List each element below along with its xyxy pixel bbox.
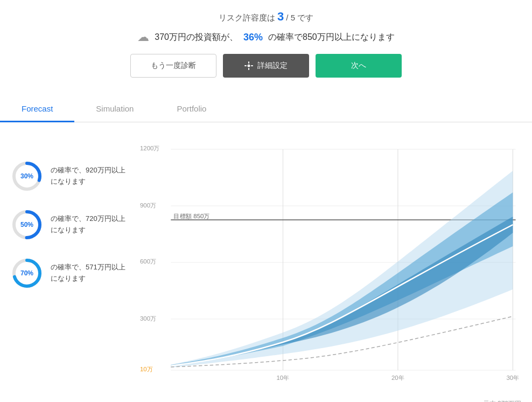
svg-text:10年: 10年 <box>277 375 290 381</box>
prob-text-30: の確率で、920万円以上になります <box>51 165 125 188</box>
summary-highlight: 36% <box>243 32 263 43</box>
donut-50: 50% <box>11 209 43 241</box>
svg-rect-3 <box>244 65 247 66</box>
risk-value: 3 <box>277 10 284 23</box>
donut-label-30: 30% <box>20 172 33 180</box>
settings-label: 詳細設定 <box>257 61 288 71</box>
settings-icon <box>244 61 253 70</box>
prob-item-30: 30% の確率で、920万円以上になります <box>11 160 129 192</box>
svg-text:900万: 900万 <box>140 202 156 209</box>
tab-portfolio-label: Portfolio <box>177 104 206 113</box>
svg-rect-2 <box>248 68 249 70</box>
top-section: リスク許容度は 3 / 5 です ☁ 370万円の投資額が、 36% の確率で8… <box>0 0 532 96</box>
svg-text:1200万: 1200万 <box>140 145 160 151</box>
next-button[interactable]: 次へ <box>316 54 402 78</box>
left-panel: 30% の確率で、920万円以上になります 50% の確率で、720万円以上にな… <box>11 138 129 386</box>
summary-row: ☁ 370万円の投資額が、 36% の確率で850万円以上になります <box>11 30 521 44</box>
bottom-note-text: 元本 370万円 <box>483 400 521 402</box>
donut-label-50: 50% <box>20 221 33 228</box>
bottom-note: 元本 370万円 <box>0 397 532 402</box>
prob-text-70: の確率で、571万円以上になります <box>51 262 125 285</box>
risk-label-prefix: リスク許容度は <box>219 13 275 22</box>
retry-button[interactable]: もう一度診断 <box>130 54 216 78</box>
tab-simulation[interactable]: Simulation <box>74 96 155 122</box>
summary-suffix: の確率で850万円以上になります <box>268 32 395 43</box>
tab-simulation-label: Simulation <box>96 104 134 113</box>
donut-30: 30% <box>11 160 43 192</box>
risk-separator: / <box>286 13 288 22</box>
forecast-chart: 1200万 900万 600万 300万 10万 目標額 850万 <box>140 138 521 386</box>
donut-label-70: 70% <box>20 269 33 277</box>
tab-portfolio[interactable]: Portfolio <box>155 96 228 122</box>
svg-text:30年: 30年 <box>506 375 519 381</box>
cloud-icon: ☁ <box>137 30 149 44</box>
svg-text:10万: 10万 <box>140 366 153 372</box>
prob-text-50: の確率で、720万円以上になります <box>51 213 125 236</box>
risk-label-suffix: です <box>297 13 313 22</box>
svg-text:600万: 600万 <box>140 258 156 265</box>
risk-total: 5 <box>291 13 295 22</box>
svg-point-0 <box>248 65 250 67</box>
risk-title: リスク許容度は 3 / 5 です <box>11 10 521 24</box>
svg-rect-4 <box>251 65 253 66</box>
prob-item-70: 70% の確率で、571万円以上になります <box>11 257 129 289</box>
summary-prefix: 370万円の投資額が、 <box>155 32 238 43</box>
tab-forecast[interactable]: Forecast <box>0 96 74 122</box>
svg-text:300万: 300万 <box>140 315 156 322</box>
donut-70: 70% <box>11 257 43 289</box>
tab-forecast-label: Forecast <box>22 104 53 113</box>
tabs-bar: Forecast Simulation Portfolio <box>0 96 532 122</box>
svg-text:20年: 20年 <box>391 375 404 381</box>
settings-button[interactable]: 詳細設定 <box>223 54 309 78</box>
prob-item-50: 50% の確率で、720万円以上になります <box>11 209 129 241</box>
main-content: 30% の確率で、920万円以上になります 50% の確率で、720万円以上にな… <box>0 122 532 397</box>
button-row: もう一度診断 詳細設定 次へ <box>11 54 521 78</box>
svg-rect-1 <box>248 61 249 64</box>
chart-area: 1200万 900万 600万 300万 10万 目標額 850万 <box>140 138 521 386</box>
svg-text:目標額 850万: 目標額 850万 <box>173 213 209 219</box>
